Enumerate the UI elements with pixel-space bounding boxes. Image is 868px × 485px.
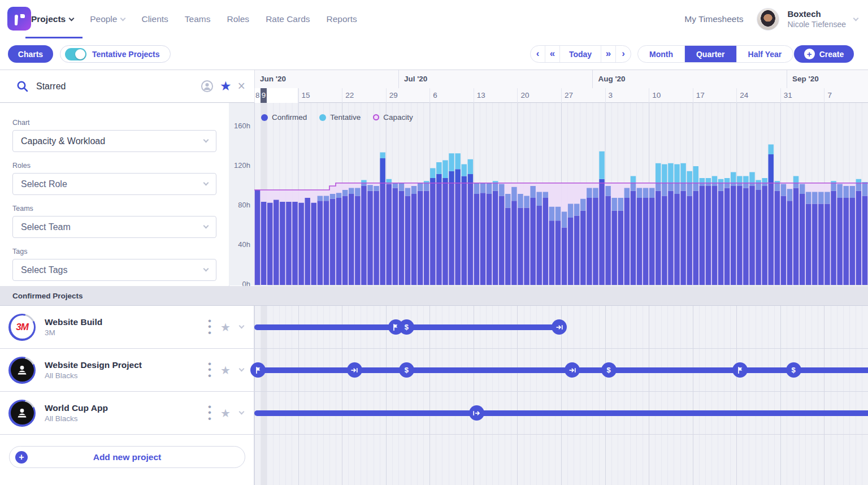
prev-arrow-icon[interactable]: ‹ xyxy=(531,46,545,62)
milestone-money-icon[interactable]: $ xyxy=(399,319,414,335)
date-tick: 13 xyxy=(477,88,485,102)
milestone-move-end-icon[interactable] xyxy=(552,319,567,335)
today-button[interactable]: Today xyxy=(560,46,601,62)
week-separator xyxy=(736,88,737,103)
date-tick: 29 xyxy=(389,88,398,102)
user-avatar[interactable] xyxy=(757,8,779,31)
tentative-toggle-switch[interactable] xyxy=(65,48,86,60)
project-row-actions: •••★ xyxy=(208,361,244,379)
filter-label: Teams xyxy=(12,205,216,213)
star-icon[interactable]: ★ xyxy=(220,363,231,377)
zoom-option-half-year[interactable]: Half Year xyxy=(737,46,793,62)
week-separator xyxy=(429,88,430,103)
kebab-menu-icon[interactable]: ••• xyxy=(208,361,211,379)
charts-button[interactable]: Charts xyxy=(8,45,53,63)
project-row-info[interactable]: World Cup AppAll Blacks•••★ xyxy=(0,392,254,434)
project-logo-3m: 3M xyxy=(8,314,36,341)
add-project-cell: + Add new project xyxy=(0,435,254,485)
filter-group-chart: ChartCapacity & Workload xyxy=(12,119,216,152)
legend-label: Confirmed xyxy=(272,113,307,122)
project-row-info[interactable]: Website Design ProjectAll Blacks•••★ xyxy=(0,349,254,391)
milestone-money-icon[interactable]: $ xyxy=(399,362,414,378)
project-client: All Blacks xyxy=(45,414,208,424)
person-filter-icon[interactable] xyxy=(201,80,214,93)
project-bar[interactable] xyxy=(254,367,868,373)
kebab-menu-icon[interactable]: ••• xyxy=(208,318,211,336)
account-menu[interactable]: Boxtech Nicole Tiefensee xyxy=(787,9,846,29)
nav-item-people[interactable]: People xyxy=(90,0,125,38)
create-button[interactable]: + Create xyxy=(794,45,854,63)
nav-item-teams[interactable]: Teams xyxy=(185,0,211,38)
date-tick: 10 xyxy=(652,88,661,102)
add-new-project-button[interactable]: + Add new project xyxy=(9,446,245,468)
month-label: Jun '20 xyxy=(260,70,398,88)
nav-item-roles[interactable]: Roles xyxy=(227,0,249,38)
project-gantt-lane[interactable] xyxy=(254,392,868,434)
timeline-dates-row[interactable]: 8915222961320273101724317 xyxy=(254,88,868,103)
filter-group-roles: RolesSelect Role xyxy=(12,162,216,195)
fast-next-arrow-icon[interactable]: » xyxy=(601,46,616,62)
kebab-menu-icon[interactable]: ••• xyxy=(208,404,211,422)
milestone-flag-icon[interactable] xyxy=(250,362,266,378)
chevron-down-icon[interactable] xyxy=(239,366,245,372)
nav-item-label: Rate Cards xyxy=(266,14,310,24)
star-icon[interactable]: ★ xyxy=(220,406,231,420)
filter-value: Capacity & Workload xyxy=(21,136,105,146)
empty-gantt-lane[interactable] xyxy=(254,435,868,485)
project-row-actions: •••★ xyxy=(208,318,244,336)
zoom-option-month[interactable]: Month xyxy=(638,46,685,62)
starred-filter-icon[interactable]: ★ xyxy=(220,80,232,93)
legend-item-tentative: Tentative xyxy=(319,113,361,122)
month-label: Jul '20 xyxy=(404,70,593,88)
search-input[interactable]: Starred xyxy=(36,81,201,92)
chart-legend: ConfirmedTentativeCapacity xyxy=(261,113,413,122)
fast-prev-arrow-icon[interactable]: « xyxy=(545,46,560,62)
milestone-move-start-icon[interactable] xyxy=(469,405,484,421)
filter-select-teams[interactable]: Select Team xyxy=(12,216,216,238)
chevron-down-icon[interactable] xyxy=(239,409,245,415)
date-tick: 24 xyxy=(740,88,748,102)
nav-item-label: Roles xyxy=(227,14,249,24)
project-bar[interactable] xyxy=(254,410,868,416)
clear-search-icon[interactable]: × xyxy=(238,80,245,93)
filter-select-roles[interactable]: Select Role xyxy=(12,173,216,195)
star-icon[interactable]: ★ xyxy=(220,321,231,334)
filter-select-chart[interactable]: Capacity & Workload xyxy=(12,130,216,152)
y-tick-label: 160h xyxy=(234,122,250,130)
week-separator xyxy=(561,88,562,103)
filter-label: Chart xyxy=(12,119,216,127)
my-timesheets-link[interactable]: My Timesheets xyxy=(684,14,743,24)
milestone-money-icon[interactable]: $ xyxy=(786,362,801,378)
app-logo[interactable] xyxy=(7,7,31,31)
tentative-projects-toggle-pill[interactable]: Tentative Projects xyxy=(60,45,171,63)
milestone-flag-icon[interactable] xyxy=(732,362,748,378)
logo-r-glyph xyxy=(12,11,27,27)
company-name: Boxtech xyxy=(787,9,846,20)
next-arrow-icon[interactable]: › xyxy=(616,46,631,62)
project-gantt-lane[interactable]: $$$ xyxy=(254,349,868,391)
week-separator xyxy=(298,88,299,103)
project-title: World Cup App xyxy=(45,402,208,414)
milestone-move-end-icon[interactable] xyxy=(565,362,580,378)
filter-value: Select Role xyxy=(21,179,67,189)
today-date-cell[interactable]: 9 xyxy=(261,88,267,103)
milestone-money-icon[interactable]: $ xyxy=(601,362,617,378)
nav-item-label: Projects xyxy=(31,14,66,24)
milestone-move-end-icon[interactable] xyxy=(347,362,362,378)
filter-select-tags[interactable]: Select Tags xyxy=(12,259,216,281)
chevron-down-icon[interactable] xyxy=(239,323,245,329)
capacity-workload-chart[interactable] xyxy=(254,103,868,285)
create-button-label: Create xyxy=(819,50,844,59)
top-nav: ProjectsPeopleClientsTeamsRolesRate Card… xyxy=(0,0,868,38)
week-separator xyxy=(386,88,387,103)
nav-item-reports[interactable]: Reports xyxy=(327,0,357,38)
nav-item-clients[interactable]: Clients xyxy=(141,0,168,38)
project-gantt-lane[interactable]: $ xyxy=(254,306,868,348)
nav-item-projects[interactable]: Projects xyxy=(31,0,73,38)
zoom-option-quarter[interactable]: Quarter xyxy=(685,46,737,62)
project-row-info[interactable]: 3MWebsite Build3M•••★ xyxy=(0,306,254,348)
account-chevron-icon[interactable] xyxy=(853,15,859,21)
nav-item-rate-cards[interactable]: Rate Cards xyxy=(266,0,310,38)
timeline-months-row: Jun '20Jul '20Aug '20Sep '20 xyxy=(254,70,868,88)
search-bar[interactable]: Starred ★ × xyxy=(0,70,254,103)
